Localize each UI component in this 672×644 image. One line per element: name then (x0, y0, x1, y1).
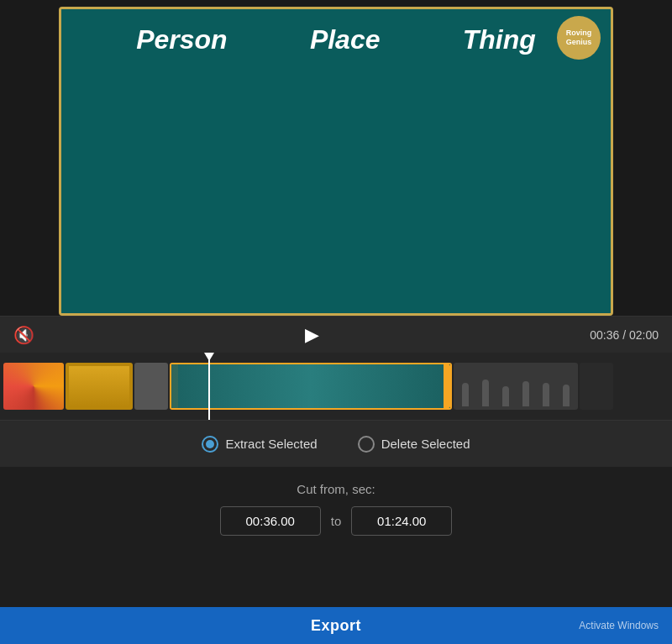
logo-circle: Roving Genius (557, 16, 601, 60)
logo-text: Roving Genius (566, 29, 592, 47)
playhead-indicator (204, 353, 214, 361)
timeline-track (0, 361, 617, 411)
timeline-thumb-5[interactable] (580, 363, 613, 410)
export-button[interactable]: Export (311, 617, 361, 635)
selected-clip[interactable] (170, 363, 452, 410)
controls-bar: 🔇 ▶ 00:36 / 02:00 (0, 316, 672, 353)
extract-radio[interactable] (202, 436, 218, 453)
video-text-overlay: Person Place Thing (61, 9, 611, 55)
timeline-thumb-1[interactable] (3, 363, 64, 410)
extract-option[interactable]: Extract Selected (202, 436, 317, 453)
extract-radio-dot (206, 440, 214, 448)
delete-radio[interactable] (358, 436, 375, 453)
time-separator: / (622, 328, 629, 342)
extract-label: Extract Selected (225, 437, 317, 451)
options-row: Extract Selected Delete Selected (0, 420, 672, 467)
export-bar: Export Activate Windows (0, 607, 672, 644)
clip-handle-right[interactable] (444, 364, 450, 408)
timeline-thumb-4[interactable] (454, 363, 578, 410)
thumb-4-inner (454, 363, 578, 410)
cut-label: Cut from, sec: (297, 482, 375, 496)
cut-to-input[interactable] (351, 506, 452, 536)
mute-button[interactable]: 🔇 (13, 325, 34, 345)
time-display: 00:36 / 02:00 (590, 328, 659, 342)
video-word-thing: Thing (463, 24, 536, 55)
delete-label: Delete Selected (381, 437, 470, 451)
video-container: Person Place Thing Roving Genius (0, 0, 672, 316)
time-current: 00:36 (590, 328, 619, 342)
selected-clip-content (171, 364, 450, 408)
to-separator: to (331, 514, 342, 528)
timeline-thumb-3[interactable] (134, 363, 168, 410)
delete-option[interactable]: Delete Selected (358, 436, 470, 453)
thumb-1-inner (3, 363, 64, 410)
thumb-2-inner (66, 363, 133, 410)
timeline-thumb-2[interactable] (66, 363, 133, 410)
play-button[interactable]: ▶ (305, 324, 319, 346)
time-total: 02:00 (629, 328, 659, 342)
video-word-place: Place (310, 24, 381, 55)
cut-section: Cut from, sec: to (0, 467, 672, 551)
timeline-area[interactable] (0, 353, 672, 420)
playhead[interactable] (208, 353, 210, 420)
video-frame: Person Place Thing Roving Genius (59, 7, 613, 316)
video-word-person: Person (136, 24, 227, 55)
roving-genius-logo: Roving Genius (557, 16, 601, 60)
cut-inputs-row: to (220, 506, 453, 536)
play-icon: ▶ (305, 324, 319, 346)
activate-windows-text: Activate Windows (579, 620, 659, 631)
mute-icon: 🔇 (13, 325, 34, 345)
cut-from-input[interactable] (220, 506, 321, 536)
